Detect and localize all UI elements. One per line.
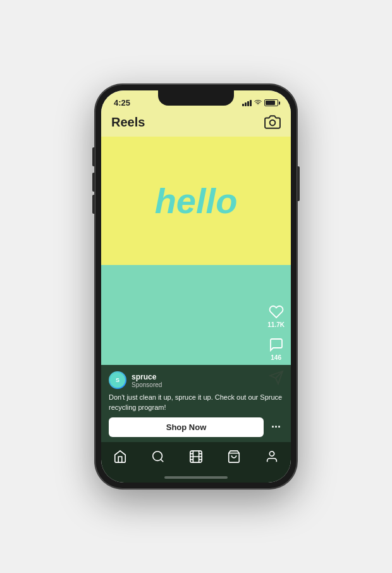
phone-wrapper: 4:25 Reels	[0, 0, 392, 573]
home-indicator	[101, 474, 291, 483]
nav-search[interactable]	[146, 447, 170, 466]
home-icon	[113, 450, 127, 464]
battery-icon	[264, 99, 278, 106]
video-content: hello 11.7K	[101, 137, 291, 442]
like-action[interactable]: 11.7K	[267, 304, 285, 328]
hello-text: hello	[155, 180, 238, 221]
more-icon[interactable]: ···	[269, 419, 283, 435]
app-header: Reels	[101, 110, 291, 137]
nav-shop[interactable]	[222, 447, 246, 466]
shop-now-button[interactable]: Shop Now	[109, 417, 264, 437]
video-top-half: hello	[101, 137, 291, 265]
avatar-inner: S	[110, 373, 125, 388]
svg-point-3	[153, 452, 162, 461]
wifi-icon	[254, 99, 262, 108]
account-name: spruce	[132, 373, 162, 381]
account-text: spruce Sponsored	[132, 373, 162, 388]
svg-point-7	[269, 452, 274, 456]
signal-icon	[242, 100, 252, 106]
svg-line-4	[161, 459, 163, 462]
nav-reels[interactable]	[184, 447, 208, 466]
svg-point-0	[270, 120, 276, 126]
comments-count: 146	[271, 354, 281, 361]
heart-icon	[269, 304, 284, 319]
likes-count: 11.7K	[267, 321, 285, 328]
page-title: Reels	[111, 115, 145, 130]
avatar: S	[109, 371, 126, 389]
comment-icon	[269, 337, 284, 352]
shop-icon	[227, 450, 241, 464]
phone-frame: 4:25 Reels	[95, 84, 297, 489]
sponsored-label: Sponsored	[132, 381, 162, 388]
bottom-nav	[101, 442, 291, 474]
camera-icon[interactable]	[264, 114, 281, 130]
home-bar	[164, 476, 228, 479]
nav-home[interactable]	[108, 447, 132, 466]
account-info: S spruce Sponsored	[109, 371, 283, 389]
notch	[158, 90, 234, 106]
search-icon	[151, 450, 165, 464]
ad-description: Don't just clean it up, spruce it up. Ch…	[109, 393, 283, 412]
profile-icon	[265, 450, 279, 464]
status-time: 4:25	[114, 98, 130, 108]
reels-icon	[189, 450, 203, 464]
comment-action[interactable]: 146	[269, 337, 284, 361]
bottom-overlay: S spruce Sponsored Don't just clean it u…	[101, 365, 291, 442]
shop-now-row: Shop Now ···	[109, 417, 283, 437]
status-icons	[242, 99, 278, 108]
nav-profile[interactable]	[260, 447, 284, 466]
phone-screen: 4:25 Reels	[101, 90, 291, 483]
